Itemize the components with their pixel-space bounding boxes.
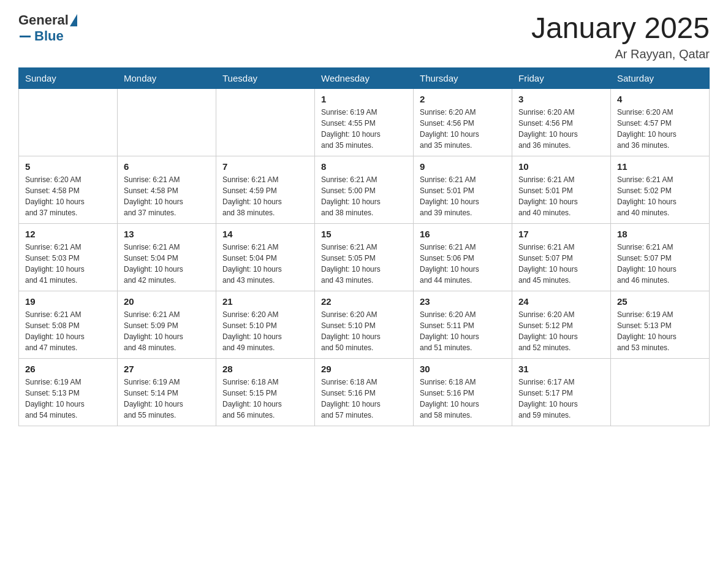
day-number: 13 (124, 229, 210, 239)
weekday-header-saturday: Saturday (611, 67, 710, 88)
day-cell-2: 2Sunrise: 6:20 AM Sunset: 4:56 PM Daylig… (414, 88, 512, 156)
calendar-table: SundayMondayTuesdayWednesdayThursdayFrid… (18, 67, 710, 426)
day-number: 3 (518, 94, 604, 104)
day-cell-26: 26Sunrise: 6:19 AM Sunset: 5:13 PM Dayli… (19, 358, 118, 426)
day-info: Sunrise: 6:21 AM Sunset: 5:00 PM Dayligh… (321, 174, 407, 218)
day-number: 8 (321, 161, 407, 172)
weekday-header-monday: Monday (118, 67, 216, 88)
day-info: Sunrise: 6:21 AM Sunset: 5:09 PM Dayligh… (124, 309, 210, 353)
day-number: 12 (25, 229, 111, 239)
day-number: 4 (617, 94, 703, 104)
day-info: Sunrise: 6:20 AM Sunset: 5:10 PM Dayligh… (222, 309, 308, 353)
day-cell-3: 3Sunrise: 6:20 AM Sunset: 4:56 PM Daylig… (512, 88, 611, 156)
day-cell-18: 18Sunrise: 6:21 AM Sunset: 5:07 PM Dayli… (611, 223, 710, 291)
day-info: Sunrise: 6:20 AM Sunset: 5:10 PM Dayligh… (321, 309, 407, 353)
day-number: 16 (420, 229, 506, 239)
day-number: 24 (518, 296, 604, 307)
day-info: Sunrise: 6:20 AM Sunset: 4:56 PM Dayligh… (518, 107, 604, 151)
day-cell-21: 21Sunrise: 6:20 AM Sunset: 5:10 PM Dayli… (216, 291, 315, 358)
day-cell-24: 24Sunrise: 6:20 AM Sunset: 5:12 PM Dayli… (512, 291, 611, 358)
day-cell-5: 5Sunrise: 6:20 AM Sunset: 4:58 PM Daylig… (19, 156, 118, 223)
day-cell-23: 23Sunrise: 6:20 AM Sunset: 5:11 PM Dayli… (414, 291, 512, 358)
calendar-subtitle: Ar Rayyan, Qatar (531, 47, 710, 61)
day-number: 20 (124, 296, 210, 307)
day-cell-19: 19Sunrise: 6:21 AM Sunset: 5:08 PM Dayli… (19, 291, 118, 358)
day-info: Sunrise: 6:21 AM Sunset: 5:05 PM Dayligh… (321, 242, 407, 286)
day-info: Sunrise: 6:21 AM Sunset: 5:01 PM Dayligh… (420, 174, 506, 218)
weekday-header-tuesday: Tuesday (216, 67, 315, 88)
day-cell-22: 22Sunrise: 6:20 AM Sunset: 5:10 PM Dayli… (315, 291, 414, 358)
day-cell-6: 6Sunrise: 6:21 AM Sunset: 4:58 PM Daylig… (118, 156, 216, 223)
page-header: General Blue January 2025 Ar Rayyan, Qat… (18, 12, 710, 61)
week-row-5: 26Sunrise: 6:19 AM Sunset: 5:13 PM Dayli… (19, 358, 710, 426)
day-info: Sunrise: 6:21 AM Sunset: 5:02 PM Dayligh… (617, 174, 703, 218)
day-cell-12: 12Sunrise: 6:21 AM Sunset: 5:03 PM Dayli… (19, 223, 118, 291)
day-cell-30: 30Sunrise: 6:18 AM Sunset: 5:16 PM Dayli… (414, 358, 512, 426)
day-number: 26 (25, 364, 111, 374)
day-info: Sunrise: 6:18 AM Sunset: 5:16 PM Dayligh… (321, 377, 407, 421)
logo-triangle-icon (70, 14, 77, 26)
day-info: Sunrise: 6:21 AM Sunset: 5:04 PM Dayligh… (124, 242, 210, 286)
day-info: Sunrise: 6:17 AM Sunset: 5:17 PM Dayligh… (518, 377, 604, 421)
empty-cell (216, 88, 315, 156)
day-info: Sunrise: 6:19 AM Sunset: 5:14 PM Dayligh… (124, 377, 210, 421)
day-number: 28 (222, 364, 308, 374)
day-cell-25: 25Sunrise: 6:19 AM Sunset: 5:13 PM Dayli… (611, 291, 710, 358)
day-number: 30 (420, 364, 506, 374)
weekday-header-thursday: Thursday (414, 67, 512, 88)
day-info: Sunrise: 6:20 AM Sunset: 4:58 PM Dayligh… (25, 174, 111, 218)
weekday-header-sunday: Sunday (19, 67, 118, 88)
day-number: 14 (222, 229, 308, 239)
day-cell-11: 11Sunrise: 6:21 AM Sunset: 5:02 PM Dayli… (611, 156, 710, 223)
day-info: Sunrise: 6:19 AM Sunset: 5:13 PM Dayligh… (25, 377, 111, 421)
day-number: 15 (321, 229, 407, 239)
weekday-header-friday: Friday (512, 67, 611, 88)
day-number: 27 (124, 364, 210, 374)
day-cell-13: 13Sunrise: 6:21 AM Sunset: 5:04 PM Dayli… (118, 223, 216, 291)
day-cell-28: 28Sunrise: 6:18 AM Sunset: 5:15 PM Dayli… (216, 358, 315, 426)
logo-blue-text: Blue (34, 28, 64, 44)
day-cell-27: 27Sunrise: 6:19 AM Sunset: 5:14 PM Dayli… (118, 358, 216, 426)
logo: General Blue (18, 12, 77, 44)
day-cell-1: 1Sunrise: 6:19 AM Sunset: 4:55 PM Daylig… (315, 88, 414, 156)
day-number: 19 (25, 296, 111, 307)
day-info: Sunrise: 6:21 AM Sunset: 4:58 PM Dayligh… (124, 174, 210, 218)
day-cell-16: 16Sunrise: 6:21 AM Sunset: 5:06 PM Dayli… (414, 223, 512, 291)
empty-cell (19, 88, 118, 156)
day-number: 9 (420, 161, 506, 172)
title-block: January 2025 Ar Rayyan, Qatar (531, 12, 710, 61)
day-info: Sunrise: 6:21 AM Sunset: 5:04 PM Dayligh… (222, 242, 308, 286)
day-info: Sunrise: 6:21 AM Sunset: 5:03 PM Dayligh… (25, 242, 111, 286)
day-info: Sunrise: 6:19 AM Sunset: 5:13 PM Dayligh… (617, 309, 703, 353)
day-info: Sunrise: 6:21 AM Sunset: 5:01 PM Dayligh… (518, 174, 604, 218)
day-number: 17 (518, 229, 604, 239)
day-cell-20: 20Sunrise: 6:21 AM Sunset: 5:09 PM Dayli… (118, 291, 216, 358)
day-cell-31: 31Sunrise: 6:17 AM Sunset: 5:17 PM Dayli… (512, 358, 611, 426)
day-info: Sunrise: 6:20 AM Sunset: 5:11 PM Dayligh… (420, 309, 506, 353)
day-number: 10 (518, 161, 604, 172)
week-row-3: 12Sunrise: 6:21 AM Sunset: 5:03 PM Dayli… (19, 223, 710, 291)
day-info: Sunrise: 6:21 AM Sunset: 5:07 PM Dayligh… (617, 242, 703, 286)
day-cell-7: 7Sunrise: 6:21 AM Sunset: 4:59 PM Daylig… (216, 156, 315, 223)
week-row-1: 1Sunrise: 6:19 AM Sunset: 4:55 PM Daylig… (19, 88, 710, 156)
day-number: 2 (420, 94, 506, 104)
weekday-header-row: SundayMondayTuesdayWednesdayThursdayFrid… (19, 67, 710, 88)
week-row-2: 5Sunrise: 6:20 AM Sunset: 4:58 PM Daylig… (19, 156, 710, 223)
day-info: Sunrise: 6:21 AM Sunset: 5:08 PM Dayligh… (25, 309, 111, 353)
day-cell-10: 10Sunrise: 6:21 AM Sunset: 5:01 PM Dayli… (512, 156, 611, 223)
day-info: Sunrise: 6:21 AM Sunset: 5:07 PM Dayligh… (518, 242, 604, 286)
day-number: 18 (617, 229, 703, 239)
day-number: 29 (321, 364, 407, 374)
day-info: Sunrise: 6:20 AM Sunset: 4:57 PM Dayligh… (617, 107, 703, 151)
day-number: 11 (617, 161, 703, 172)
day-info: Sunrise: 6:20 AM Sunset: 5:12 PM Dayligh… (518, 309, 604, 353)
day-info: Sunrise: 6:18 AM Sunset: 5:15 PM Dayligh… (222, 377, 308, 421)
empty-cell (611, 358, 710, 426)
day-cell-9: 9Sunrise: 6:21 AM Sunset: 5:01 PM Daylig… (414, 156, 512, 223)
day-number: 31 (518, 364, 604, 374)
day-info: Sunrise: 6:19 AM Sunset: 4:55 PM Dayligh… (321, 107, 407, 151)
weekday-header-wednesday: Wednesday (315, 67, 414, 88)
day-cell-4: 4Sunrise: 6:20 AM Sunset: 4:57 PM Daylig… (611, 88, 710, 156)
day-info: Sunrise: 6:21 AM Sunset: 4:59 PM Dayligh… (222, 174, 308, 218)
day-number: 5 (25, 161, 111, 172)
